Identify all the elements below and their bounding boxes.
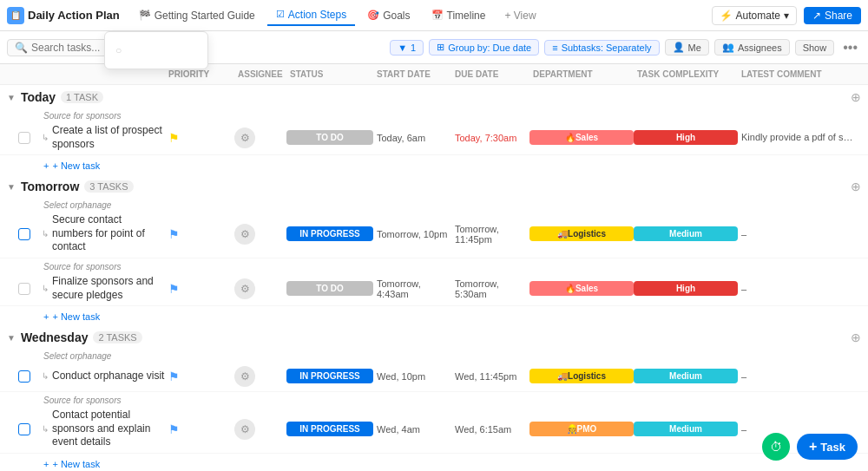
task-checkbox[interactable] [7, 283, 42, 295]
task-assignee: ⚙ [234, 128, 286, 148]
task-indent-icon: ↳ [42, 284, 49, 293]
task-due-date: Wed, 6:15am [451, 424, 529, 435]
task-complexity[interactable]: High [634, 281, 738, 296]
task-status[interactable]: IN PROGRESS [286, 369, 373, 383]
task-priority: ⚑ [165, 227, 234, 241]
col-start-date: START DATE [373, 68, 451, 81]
me-chip[interactable]: 👤 Me [665, 39, 709, 56]
group-tomorrow[interactable]: ▼ Tomorrow 3 TASKS ⊕ [0, 174, 868, 199]
task-checkbox[interactable] [7, 228, 42, 240]
group-add-today[interactable]: ⊕ [851, 90, 861, 104]
task-assignee: ⚙ [234, 278, 286, 299]
task-name: Finalize sponsors and secure pledges [52, 275, 165, 302]
subtasks-icon: ≡ [552, 43, 557, 53]
task-due-date: Tomorrow, 5:30am [451, 278, 529, 299]
task-comment: – [738, 371, 861, 382]
group-title-wednesday: Wednesday [21, 330, 89, 344]
plus-icon: + [809, 439, 817, 455]
task-complexity[interactable]: Medium [634, 422, 738, 436]
app-title: Daily Action Plan [28, 9, 120, 22]
top-bar: 📋 Daily Action Plan 🏁 Getting Started Gu… [0, 0, 868, 31]
group-toggle-today: ▼ [7, 93, 16, 102]
share-button[interactable]: ↗ Share [804, 7, 861, 24]
section-label: Source for sponsors [0, 109, 868, 121]
task-comment: – [738, 284, 861, 294]
task-status[interactable]: IN PROGRESS [286, 226, 373, 241]
new-task-button[interactable]: + Task [797, 434, 858, 460]
task-priority: ⚑ [165, 131, 234, 145]
add-task-icon: + [43, 311, 49, 322]
tomorrow-section-1: Source for sponsors ↳ Finalize sponsors … [0, 260, 868, 306]
today-section-0: Source for sponsors ↳ Create a list of p… [0, 109, 868, 155]
task-department[interactable]: 🔥 Sales [529, 130, 634, 145]
task-status[interactable]: IN PROGRESS [286, 422, 373, 436]
dropdown-item[interactable]: ○ [105, 39, 207, 62]
task-department[interactable]: 🚚 Logistics [529, 369, 634, 383]
task-assignee: ⚙ [234, 224, 286, 245]
task-indent-icon: ↳ [42, 229, 49, 239]
tomorrow-section-0: Select orphanage ↳ Secure contact number… [0, 199, 868, 258]
task-due-date: Today, 7:30am [451, 133, 529, 143]
table-row: ↳ Create a list of prospect sponsors ⚑ ⚙… [0, 121, 868, 155]
subtasks-chip[interactable]: ≡ Subtasks: Separately [544, 40, 659, 56]
task-name-cell: ↳ Create a list of prospect sponsors [42, 122, 165, 153]
task-department[interactable]: 🚚 Logistics [529, 226, 634, 241]
task-complexity[interactable]: Medium [634, 226, 738, 241]
task-comment: Kindly provide a pdf of sponsor list. Th… [738, 132, 861, 143]
col-assignee: ASSIGNEE [234, 68, 286, 81]
group-count-wednesday: 2 TASKS [93, 331, 141, 343]
table-row: ↳ Conduct orphanage visit ⚑ ⚙ IN PROGRES… [0, 361, 868, 392]
filter-chip[interactable]: ▼ 1 [390, 40, 424, 56]
tab-goals[interactable]: 🎯 Goals [358, 6, 418, 25]
add-task-wednesday[interactable]: + + New task [0, 455, 868, 471]
task-checkbox[interactable] [7, 423, 42, 435]
section-label: Source for sponsors [0, 260, 868, 271]
show-chip[interactable]: Show [795, 40, 835, 56]
group-today[interactable]: ▼ Today 1 TASK ⊕ [0, 85, 868, 109]
task-checkbox[interactable] [7, 132, 42, 144]
add-task-today[interactable]: + + New task [0, 157, 868, 174]
assignees-chip[interactable]: 👥 Assignees [714, 39, 790, 56]
task-name: Create a list of prospect sponsors [52, 124, 165, 151]
task-status[interactable]: TO DO [286, 130, 373, 145]
task-department[interactable]: 🔥 Sales [529, 281, 634, 296]
task-department[interactable]: 👷 PMO [529, 422, 634, 436]
col-status: STATUS [286, 68, 373, 81]
group-add-wednesday[interactable]: ⊕ [851, 330, 861, 344]
tab-timeline[interactable]: 📅 Timeline [423, 6, 495, 25]
tab-getting-started[interactable]: 🏁 Getting Started Guide [130, 6, 264, 25]
header-right: ⚡ Automate ▾ ↗ Share [712, 6, 861, 25]
group-count-tomorrow: 3 TASKS [84, 180, 133, 193]
task-due-date: Tomorrow, 11:45pm [451, 224, 529, 245]
group-by-chip[interactable]: ⊞ Group by: Due date [429, 39, 539, 56]
group-toggle-tomorrow: ▼ [7, 182, 16, 192]
dropdown-hint: ○ [104, 31, 208, 69]
tab-action-steps[interactable]: ☑ Action Steps [267, 5, 355, 26]
task-status[interactable]: TO DO [286, 281, 373, 296]
task-complexity[interactable]: Medium [634, 369, 738, 383]
filter-chips: ▼ 1 ⊞ Group by: Due date ≡ Subtasks: Sep… [390, 38, 861, 57]
task-start-date: Today, 6am [373, 133, 451, 143]
section-label: Select orphanage [0, 350, 868, 361]
filter-icon: ▼ [398, 43, 407, 53]
add-task-tomorrow[interactable]: + + New task [0, 308, 868, 325]
timer-button[interactable]: ⏱ [762, 433, 790, 461]
add-view-button[interactable]: + View [497, 6, 542, 25]
group-wednesday[interactable]: ▼ Wednesday 2 TASKS ⊕ [0, 325, 868, 350]
more-options-button[interactable]: ••• [839, 38, 861, 57]
col-priority: PRIORITY [165, 68, 234, 81]
task-start-date: Tomorrow, 4:43am [373, 278, 451, 299]
group-add-tomorrow[interactable]: ⊕ [851, 180, 861, 193]
bottom-right-actions: ⏱ + Task [762, 433, 858, 461]
table-row: ↳ Secure contact numbers for point of co… [0, 210, 868, 258]
task-checkbox[interactable] [7, 370, 42, 383]
task-assignee: ⚙ [234, 419, 286, 440]
task-due-date: Wed, 11:45pm [451, 371, 529, 382]
assignees-icon: 👥 [722, 42, 734, 53]
task-priority: ⚑ [165, 370, 234, 383]
task-indent-icon: ↳ [42, 133, 49, 142]
automate-button[interactable]: ⚡ Automate ▾ [712, 6, 797, 25]
col-due-date: DUE DATE [451, 68, 529, 81]
task-complexity[interactable]: High [634, 130, 738, 145]
dropdown-item-icon: ○ [115, 44, 122, 56]
